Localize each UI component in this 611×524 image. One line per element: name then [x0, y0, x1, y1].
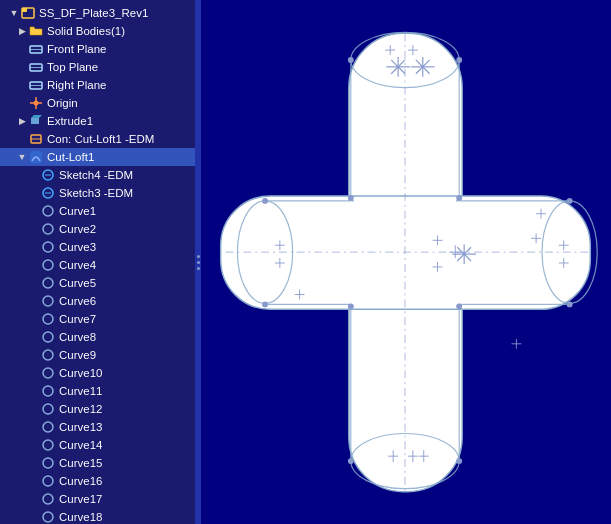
curve-icon: [40, 473, 56, 489]
svg-point-27: [43, 332, 53, 342]
curve-icon: [40, 329, 56, 345]
curve-icon: [40, 383, 56, 399]
feature-tree[interactable]: ▼ SS_DF_Plate3_Rev1 ▶Solid Bodies(1) Fro…: [0, 0, 195, 524]
curve-icon: [40, 293, 56, 309]
svg-point-35: [43, 476, 53, 486]
tree-label-curve4: Curve4: [59, 259, 96, 271]
svg-point-32: [43, 422, 53, 432]
svg-point-111: [456, 458, 462, 464]
svg-point-22: [43, 242, 53, 252]
tree-item-curve15[interactable]: Curve15: [0, 454, 195, 472]
root-icon: [20, 5, 36, 21]
tree-item-curve12[interactable]: Curve12: [0, 400, 195, 418]
tree-item-curve3[interactable]: Curve3: [0, 238, 195, 256]
svg-point-28: [43, 350, 53, 360]
tree-label-curve5: Curve5: [59, 277, 96, 289]
curve-icon: [40, 509, 56, 524]
curve-icon: [40, 257, 56, 273]
tree-expand-cut-loft1[interactable]: ▼: [16, 152, 28, 162]
tree-item-sketch4[interactable]: Sketch4 -EDM: [0, 166, 195, 184]
tree-item-sketch3[interactable]: Sketch3 -EDM: [0, 184, 195, 202]
svg-point-29: [43, 368, 53, 378]
tree-label-curve16: Curve16: [59, 475, 102, 487]
tree-item-con-cut[interactable]: Con: Cut-Loft1 -EDM: [0, 130, 195, 148]
tree-label-origin: Origin: [47, 97, 78, 109]
svg-point-25: [43, 296, 53, 306]
tree-expand-extrude1[interactable]: ▶: [16, 116, 28, 126]
svg-point-100: [348, 195, 354, 201]
tree-item-curve1[interactable]: Curve1: [0, 202, 195, 220]
svg-point-30: [43, 386, 53, 396]
svg-marker-12: [31, 115, 42, 118]
tree-item-front-plane[interactable]: Front Plane: [0, 40, 195, 58]
plane-icon: [28, 59, 44, 75]
svg-point-34: [43, 458, 53, 468]
svg-rect-40: [221, 196, 591, 309]
tree-label-curve15: Curve15: [59, 457, 102, 469]
tree-item-extrude1[interactable]: ▶Extrude1: [0, 112, 195, 130]
tree-label-curve8: Curve8: [59, 331, 96, 343]
tree-item-curve6[interactable]: Curve6: [0, 292, 195, 310]
tree-item-curve4[interactable]: Curve4: [0, 256, 195, 274]
tree-label-curve12: Curve12: [59, 403, 102, 415]
plane-icon: [28, 41, 44, 57]
cutloft-icon: [28, 149, 44, 165]
tree-item-cut-loft1[interactable]: ▼Cut-Loft1: [0, 148, 195, 166]
tree-label-curve3: Curve3: [59, 241, 96, 253]
tree-item-curve7[interactable]: Curve7: [0, 310, 195, 328]
tree-item-curve14[interactable]: Curve14: [0, 436, 195, 454]
svg-point-103: [456, 303, 462, 309]
root-label: SS_DF_Plate3_Rev1: [39, 7, 148, 19]
tree-item-origin[interactable]: Origin: [0, 94, 195, 112]
tree-item-curve11[interactable]: Curve11: [0, 382, 195, 400]
tree-item-curve2[interactable]: Curve2: [0, 220, 195, 238]
svg-point-36: [43, 494, 53, 504]
svg-point-106: [567, 198, 573, 204]
curve-icon: [40, 401, 56, 417]
tree-expand-solid-bodies[interactable]: ▶: [16, 26, 28, 36]
svg-point-23: [43, 260, 53, 270]
svg-rect-11: [31, 118, 39, 124]
tree-item-top-plane[interactable]: Top Plane: [0, 58, 195, 76]
tree-item-right-plane[interactable]: Right Plane: [0, 76, 195, 94]
tree-item-curve13[interactable]: Curve13: [0, 418, 195, 436]
tree-item-curve16[interactable]: Curve16: [0, 472, 195, 490]
tree-item-curve18[interactable]: Curve18: [0, 508, 195, 524]
svg-point-109: [456, 57, 462, 63]
curve-icon: [40, 419, 56, 435]
tree-item-curve5[interactable]: Curve5: [0, 274, 195, 292]
divider-dot-2: [197, 261, 200, 264]
cut-icon: [28, 131, 44, 147]
tree-label-curve13: Curve13: [59, 421, 102, 433]
tree-item-curve17[interactable]: Curve17: [0, 490, 195, 508]
tree-item-curve8[interactable]: Curve8: [0, 328, 195, 346]
curve-icon: [40, 491, 56, 507]
divider-dot-1: [197, 255, 200, 258]
expand-root[interactable]: ▼: [8, 8, 20, 18]
curve-icon: [40, 203, 56, 219]
tree-label-curve18: Curve18: [59, 511, 102, 523]
tree-label-solid-bodies: Solid Bodies(1): [47, 25, 125, 37]
svg-point-102: [348, 303, 354, 309]
plane-icon: [28, 77, 44, 93]
origin-icon: [28, 95, 44, 111]
curve-icon: [40, 239, 56, 255]
tree-label-sketch3: Sketch3 -EDM: [59, 187, 133, 199]
svg-point-26: [43, 314, 53, 324]
tree-label-curve2: Curve2: [59, 223, 96, 235]
viewport[interactable]: [201, 0, 611, 524]
curve-icon: [40, 365, 56, 381]
curve-icon: [40, 437, 56, 453]
tree-root[interactable]: ▼ SS_DF_Plate3_Rev1: [0, 4, 195, 22]
svg-point-105: [262, 301, 268, 307]
tree-label-right-plane: Right Plane: [47, 79, 106, 91]
tree-item-curve9[interactable]: Curve9: [0, 346, 195, 364]
tree-label-cut-loft1: Cut-Loft1: [47, 151, 94, 163]
tree-item-solid-bodies[interactable]: ▶Solid Bodies(1): [0, 22, 195, 40]
curve-icon: [40, 221, 56, 237]
svg-point-24: [43, 278, 53, 288]
tree-item-curve10[interactable]: Curve10: [0, 364, 195, 382]
tree-label-curve1: Curve1: [59, 205, 96, 217]
tree-label-curve9: Curve9: [59, 349, 96, 361]
curve-icon: [40, 347, 56, 363]
